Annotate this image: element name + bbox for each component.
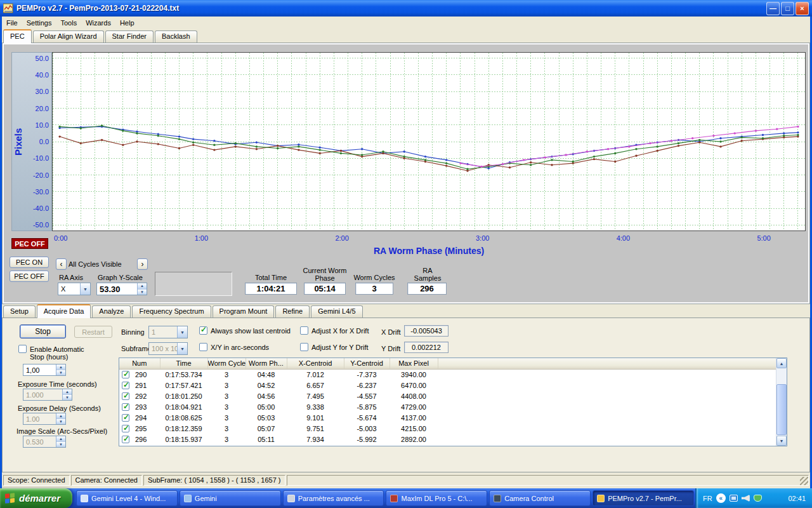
spin-down-icon[interactable]: ▼ [63, 395, 72, 400]
scroll-up-icon[interactable]: ▲ [776, 358, 787, 368]
row-checkbox[interactable] [122, 392, 129, 400]
pec-off-button[interactable]: PEC OFF [10, 271, 49, 282]
stop-hours-stepper[interactable]: 1,00 ▲▼ [23, 364, 66, 376]
checkbox-icon[interactable] [300, 343, 308, 351]
subframe-select[interactable]: 100 x 100 ▼ [148, 342, 188, 355]
taskbar-task[interactable]: MaxIm DL Pro 5 - C:\... [386, 490, 487, 506]
close-button[interactable]: × [796, 2, 809, 15]
taskbar-task[interactable]: PEMPro v2.7 - PemPr... [593, 490, 694, 506]
column-header-y-centroid[interactable]: Y-Centroid [344, 358, 390, 369]
chevron-down-icon[interactable]: ▼ [177, 343, 187, 354]
xy-arcsec-checkbox[interactable]: X/Y in arc-seconds [199, 343, 269, 351]
spin-up-icon[interactable]: ▲ [56, 364, 65, 370]
table-row[interactable]: 2950:18:12.359305:079.751-5.0034215.00 [119, 423, 777, 434]
table-row[interactable]: 2960:18:15.937305:117.934-5.9922892.00 [119, 434, 777, 444]
row-checkbox[interactable] [122, 382, 129, 389]
row-checkbox[interactable] [122, 425, 129, 432]
taskbar-task[interactable]: Paramètres avancés ... [283, 490, 384, 506]
row-checkbox[interactable] [122, 371, 129, 378]
pec-on-button[interactable]: PEC ON [10, 257, 49, 268]
adjust-y-checkbox[interactable]: Adjust Y for Y Drift [300, 343, 369, 351]
spin-up-icon[interactable]: ▲ [138, 283, 147, 290]
image-scale-stepper[interactable]: 0.530 ▲▼ [23, 436, 66, 448]
tab-acquire-data[interactable]: Acquire Data [37, 304, 91, 318]
stop-button[interactable]: Stop [20, 324, 66, 338]
spin-down-icon[interactable]: ▼ [56, 370, 65, 375]
restart-button[interactable]: Restart [74, 326, 112, 338]
display-icon[interactable] [730, 495, 738, 502]
spin-down-icon[interactable]: ▼ [138, 290, 147, 295]
task-icon [287, 495, 295, 502]
column-header-time[interactable]: Time [160, 358, 207, 369]
spin-up-icon[interactable]: ▲ [56, 436, 65, 442]
language-indicator[interactable]: FR [703, 495, 712, 502]
spin-down-icon[interactable]: ▼ [56, 419, 65, 424]
menu-item-wizards[interactable]: Wizards [81, 18, 115, 28]
taskbar-task[interactable]: Gemini Level 4 - Wind... [76, 490, 178, 506]
checkbox-icon[interactable] [18, 345, 27, 353]
scrollbar-thumb[interactable] [776, 384, 787, 435]
enable-auto-stop-checkbox[interactable]: Enable Automatic Stop (hours) [18, 345, 107, 361]
taskbar-task[interactable]: Gemini [180, 490, 281, 506]
column-header-worm-phase[interactable]: Worm Ph... [246, 358, 287, 369]
exposure-delay-stepper[interactable]: 1.00 ▲▼ [23, 413, 66, 425]
column-header-worm-cycle[interactable]: Worm Cycle [207, 358, 246, 369]
y-scale-stepper[interactable]: 53.30 ▲▼ [96, 283, 147, 295]
prev-cycle-button[interactable]: ‹ [56, 258, 67, 270]
tab-setup[interactable]: Setup [3, 305, 36, 318]
chevron-down-icon[interactable]: ▼ [80, 283, 90, 295]
checkbox-icon[interactable] [199, 326, 207, 335]
tab-gemini-l45[interactable]: Gemini L4/5 [311, 305, 362, 318]
tab-backlash[interactable]: Backlash [155, 30, 197, 43]
checkbox-icon[interactable] [199, 343, 207, 351]
menu-item-tools[interactable]: Tools [56, 18, 81, 28]
table-row[interactable]: 2900:17:53.734304:487.012-7.3733940.00 [119, 369, 777, 380]
chevron-down-icon[interactable]: ▼ [177, 326, 187, 338]
shield-icon[interactable] [754, 495, 762, 502]
scope-status: Scope: Connected [3, 475, 70, 486]
taskbar-task[interactable]: Camera Control [489, 490, 591, 506]
tab-analyze[interactable]: Analyze [92, 305, 131, 318]
table-row[interactable]: 2920:18:01.250304:567.495-4.5574408.00 [119, 391, 777, 401]
menu-item-file[interactable]: File [2, 18, 22, 28]
tab-polar-align-wizard[interactable]: Polar Align Wizard [33, 30, 104, 43]
column-header-max-pixel[interactable]: Max Pixel [390, 358, 438, 369]
menu-item-settings[interactable]: Settings [22, 18, 56, 28]
pec-chart[interactable] [52, 52, 806, 231]
menu-item-help[interactable]: Help [115, 18, 139, 28]
spin-up-icon[interactable]: ▲ [63, 389, 72, 395]
row-checkbox[interactable] [122, 436, 129, 443]
tray-chevron-icon[interactable]: « [716, 493, 726, 503]
window-title: PEMPro v2.7 - PemPro-2013-07-21-022204.t… [16, 4, 765, 13]
column-header-num[interactable]: Num [119, 358, 160, 369]
column-header-x-centroid[interactable]: X-Centroid [287, 358, 344, 369]
spin-up-icon[interactable]: ▲ [56, 413, 65, 419]
adjust-x-checkbox[interactable]: Adjust X for X Drift [300, 326, 369, 335]
start-button[interactable]: démarrer [0, 488, 72, 508]
table-row[interactable]: 2940:18:08.625305:039.101-5.6744137.00 [119, 412, 777, 423]
tab-refine[interactable]: Refine [275, 305, 310, 318]
row-checkbox[interactable] [122, 403, 129, 411]
maximize-button[interactable]: □ [781, 2, 794, 15]
table-scrollbar[interactable]: ▲ ▼ [776, 358, 787, 446]
always-show-checkbox[interactable]: Always show last centroid [199, 326, 291, 335]
checkbox-icon[interactable] [300, 326, 308, 335]
tab-program-mount[interactable]: Program Mount [213, 305, 275, 318]
exposure-time-stepper[interactable]: 1.000 ▲▼ [23, 389, 72, 401]
tab-star-finder[interactable]: Star Finder [105, 30, 154, 43]
next-cycle-button[interactable]: › [137, 258, 148, 270]
scroll-down-icon[interactable]: ▼ [776, 436, 787, 446]
ra-axis-select[interactable]: X ▼ [58, 283, 91, 295]
table-row[interactable]: 2910:17:57.421304:526.657-6.2376470.00 [119, 380, 777, 391]
binning-select[interactable]: 1 ▼ [148, 326, 188, 338]
y-axis-title: Pixels [13, 53, 23, 231]
minimize-button[interactable]: — [766, 2, 780, 15]
row-checkbox[interactable] [122, 414, 129, 422]
tab-frequency-spectrum[interactable]: Frequency Spectrum [132, 305, 211, 318]
spin-down-icon[interactable]: ▼ [56, 442, 65, 447]
tab-pec[interactable]: PEC [3, 29, 32, 43]
resize-grip[interactable] [800, 477, 808, 485]
y-axis: Pixels 50.040.030.020.010.00.0-10.0-20.0… [11, 52, 52, 231]
volume-icon[interactable] [742, 495, 750, 502]
table-row[interactable]: 2930:18:04.921305:009.338-5.8754729.00 [119, 401, 777, 412]
